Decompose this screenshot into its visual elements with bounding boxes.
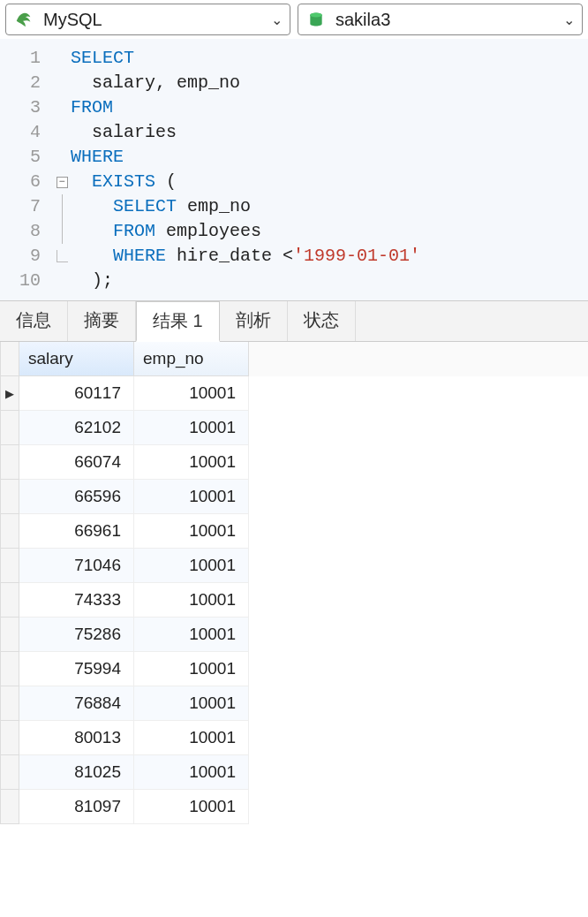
row-indicator bbox=[0, 445, 19, 480]
code-line[interactable]: 2 salary, emp_no bbox=[0, 71, 588, 95]
tab-3[interactable]: 剖析 bbox=[220, 301, 288, 341]
row-indicator bbox=[0, 411, 19, 445]
table-row[interactable]: ▶6011710001 bbox=[0, 376, 588, 411]
line-number: 7 bbox=[0, 194, 53, 219]
cell[interactable]: 76884 bbox=[19, 686, 134, 721]
cell[interactable]: 10001 bbox=[134, 549, 249, 583]
database-icon bbox=[305, 9, 327, 30]
fold-gutter bbox=[53, 194, 71, 219]
code-line[interactable]: 4 salaries bbox=[0, 120, 588, 145]
table-row[interactable]: 6696110001 bbox=[0, 514, 588, 549]
line-number: 5 bbox=[0, 145, 53, 170]
cell[interactable]: 10001 bbox=[134, 514, 249, 549]
column-header[interactable]: emp_no bbox=[134, 342, 249, 376]
code-text[interactable]: WHERE hire_date <'1999-01-01' bbox=[71, 244, 420, 269]
cell[interactable]: 10001 bbox=[134, 755, 249, 790]
cell[interactable]: 10001 bbox=[134, 480, 249, 514]
tab-2[interactable]: 结果 1 bbox=[136, 301, 220, 342]
table-row[interactable]: 6210210001 bbox=[0, 411, 588, 445]
line-number: 3 bbox=[0, 95, 53, 120]
code-line[interactable]: 8 FROM employees bbox=[0, 219, 588, 244]
tab-4[interactable]: 状态 bbox=[288, 301, 356, 341]
cell[interactable]: 66596 bbox=[19, 480, 134, 514]
cell[interactable]: 81025 bbox=[19, 755, 134, 790]
fold-gutter bbox=[53, 219, 71, 244]
row-indicator bbox=[0, 480, 19, 514]
connection-dropdown[interactable]: MySQL ⌄ bbox=[5, 4, 290, 35]
cell[interactable]: 62102 bbox=[19, 411, 134, 445]
cell[interactable]: 71046 bbox=[19, 549, 134, 583]
cell[interactable]: 80013 bbox=[19, 721, 134, 755]
fold-gutter[interactable]: − bbox=[53, 177, 71, 188]
row-indicator bbox=[0, 721, 19, 755]
cell[interactable]: 74333 bbox=[19, 583, 134, 618]
cell[interactable]: 60117 bbox=[19, 376, 134, 411]
mysql-icon bbox=[13, 9, 34, 30]
tab-1[interactable]: 摘要 bbox=[68, 301, 136, 341]
cell[interactable]: 10001 bbox=[134, 618, 249, 652]
code-text[interactable]: SELECT emp_no bbox=[71, 194, 251, 219]
table-row[interactable]: 7688410001 bbox=[0, 686, 588, 721]
table-row[interactable]: 7104610001 bbox=[0, 549, 588, 583]
cell[interactable]: 10001 bbox=[134, 376, 249, 411]
table-row[interactable]: 7528610001 bbox=[0, 618, 588, 652]
fold-toggle-icon[interactable]: − bbox=[57, 177, 68, 188]
cell[interactable]: 10001 bbox=[134, 686, 249, 721]
code-line[interactable]: 3FROM bbox=[0, 95, 588, 120]
column-header[interactable]: salary bbox=[19, 342, 134, 376]
code-line[interactable]: 7 SELECT emp_no bbox=[0, 194, 588, 219]
results-grid: salaryemp_no ▶60117100016210210001660741… bbox=[0, 342, 588, 824]
row-indicator bbox=[0, 583, 19, 618]
tab-0[interactable]: 信息 bbox=[0, 301, 68, 341]
row-indicator bbox=[0, 686, 19, 721]
line-number: 4 bbox=[0, 120, 53, 145]
cell[interactable]: 81097 bbox=[19, 790, 134, 824]
row-indicator bbox=[0, 618, 19, 652]
connection-label: MySQL bbox=[43, 10, 271, 30]
line-number: 8 bbox=[0, 219, 53, 244]
code-text[interactable]: FROM bbox=[71, 95, 113, 120]
code-line[interactable]: 5WHERE bbox=[0, 145, 588, 170]
cell[interactable]: 10001 bbox=[134, 411, 249, 445]
code-line[interactable]: 10 ); bbox=[0, 269, 588, 293]
cell[interactable]: 10001 bbox=[134, 583, 249, 618]
grid-body: ▶601171000162102100016607410001665961000… bbox=[0, 376, 588, 824]
cell[interactable]: 10001 bbox=[134, 652, 249, 686]
row-indicator bbox=[0, 652, 19, 686]
line-number: 6 bbox=[0, 170, 53, 194]
table-row[interactable]: 8109710001 bbox=[0, 790, 588, 824]
chevron-down-icon: ⌄ bbox=[563, 11, 575, 28]
code-line[interactable]: 9 WHERE hire_date <'1999-01-01' bbox=[0, 244, 588, 269]
line-number: 2 bbox=[0, 71, 53, 95]
cell[interactable]: 10001 bbox=[134, 445, 249, 480]
cell[interactable]: 66961 bbox=[19, 514, 134, 549]
table-row[interactable]: 7599410001 bbox=[0, 652, 588, 686]
row-indicator bbox=[0, 514, 19, 549]
code-text[interactable]: FROM employees bbox=[71, 219, 261, 244]
cell[interactable]: 75286 bbox=[19, 618, 134, 652]
table-row[interactable]: 6659610001 bbox=[0, 480, 588, 514]
code-text[interactable]: WHERE bbox=[71, 145, 124, 170]
code-line[interactable]: 1SELECT bbox=[0, 46, 588, 71]
table-row[interactable]: 8001310001 bbox=[0, 721, 588, 755]
row-header-corner bbox=[0, 342, 19, 376]
code-line[interactable]: 6− EXISTS ( bbox=[0, 170, 588, 194]
row-indicator bbox=[0, 790, 19, 824]
code-text[interactable]: ); bbox=[71, 269, 113, 293]
database-dropdown[interactable]: sakila3 ⌄ bbox=[298, 4, 583, 35]
cell[interactable]: 75994 bbox=[19, 652, 134, 686]
result-tabs: 信息摘要结果 1剖析状态 bbox=[0, 300, 588, 342]
code-text[interactable]: salary, emp_no bbox=[71, 71, 240, 95]
code-text[interactable]: SELECT bbox=[71, 46, 134, 71]
line-number: 1 bbox=[0, 46, 53, 71]
code-text[interactable]: EXISTS ( bbox=[71, 170, 177, 194]
table-row[interactable]: 7433310001 bbox=[0, 583, 588, 618]
cell[interactable]: 66074 bbox=[19, 445, 134, 480]
cell[interactable]: 10001 bbox=[134, 721, 249, 755]
table-row[interactable]: 6607410001 bbox=[0, 445, 588, 480]
code-text[interactable]: salaries bbox=[71, 120, 177, 145]
table-row[interactable]: 8102510001 bbox=[0, 755, 588, 790]
cell[interactable]: 10001 bbox=[134, 790, 249, 824]
row-indicator: ▶ bbox=[0, 376, 19, 411]
sql-editor[interactable]: 1SELECT2 salary, emp_no3FROM4 salaries5W… bbox=[0, 39, 588, 300]
